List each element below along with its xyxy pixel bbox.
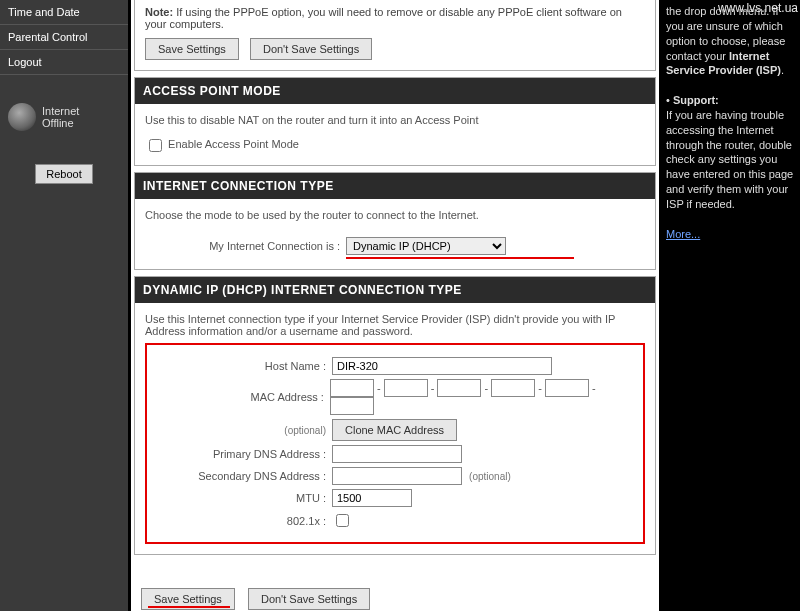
- hostname-label: Host Name :: [151, 360, 332, 372]
- pdns-input[interactable]: [332, 445, 462, 463]
- mac-input-6[interactable]: [330, 397, 374, 415]
- mac-input-3[interactable]: [437, 379, 481, 397]
- more-link[interactable]: More...: [666, 228, 700, 240]
- section-ict-header: INTERNET CONNECTION TYPE: [135, 173, 655, 199]
- note-prefix: Note:: [145, 6, 173, 18]
- help-p1c: .: [781, 64, 784, 76]
- mac-label: MAC Address :: [151, 391, 330, 403]
- highlight-box: Host Name : MAC Address : - - - - -: [145, 343, 645, 544]
- watermark: www.lvs.net.ua: [718, 0, 798, 16]
- ap-checkbox-label: Enable Access Point Mode: [168, 138, 299, 150]
- mtu-input[interactable]: [332, 489, 412, 507]
- dot1x-checkbox[interactable]: [336, 514, 349, 527]
- nav-time-date[interactable]: Time and Date: [0, 0, 128, 25]
- note-box: Note: If using the PPPoE option, you wil…: [134, 0, 656, 71]
- dot1x-label: 802.1x :: [151, 515, 332, 527]
- section-dhcp: DYNAMIC IP (DHCP) INTERNET CONNECTION TY…: [134, 276, 656, 555]
- sdns-optional: (optional): [469, 471, 511, 482]
- sdns-input[interactable]: [332, 467, 462, 485]
- mac-input-4[interactable]: [491, 379, 535, 397]
- pdns-label: Primary DNS Address :: [151, 448, 332, 460]
- ap-enable-checkbox[interactable]: [149, 139, 162, 152]
- mac-input-5[interactable]: [545, 379, 589, 397]
- sdns-label: Secondary DNS Address :: [151, 470, 332, 482]
- mac-input-2[interactable]: [384, 379, 428, 397]
- note-text: If using the PPPoE option, you will need…: [145, 6, 622, 30]
- status-label: Internet: [42, 105, 79, 117]
- save-button-top[interactable]: Save Settings: [145, 38, 239, 60]
- mac-input-1[interactable]: [330, 379, 374, 397]
- globe-icon: [8, 103, 36, 131]
- nav-parental[interactable]: Parental Control: [0, 25, 128, 50]
- highlight-save: [148, 606, 230, 608]
- mac-optional: (optional): [284, 425, 326, 436]
- section-dhcp-header: DYNAMIC IP (DHCP) INTERNET CONNECTION TY…: [135, 277, 655, 303]
- dont-save-button-top[interactable]: Don't Save Settings: [250, 38, 372, 60]
- nav-logout[interactable]: Logout: [0, 50, 128, 75]
- ict-desc: Choose the mode to be used by the router…: [145, 209, 645, 221]
- highlight-line: [346, 257, 574, 259]
- section-ict: INTERNET CONNECTION TYPE Choose the mode…: [134, 172, 656, 270]
- dhcp-desc: Use this Internet connection type if you…: [145, 313, 645, 337]
- section-ap-header: ACCESS POINT MODE: [135, 78, 655, 104]
- left-sidebar: Time and Date Parental Control Logout In…: [0, 0, 128, 611]
- ap-desc: Use this to disable NAT on the router an…: [145, 114, 645, 126]
- hostname-input[interactable]: [332, 357, 552, 375]
- right-help: www.lvs.net.ua the drop down menu. If yo…: [662, 0, 800, 611]
- status-value: Offline: [42, 117, 79, 129]
- clone-mac-button[interactable]: Clone MAC Address: [332, 419, 457, 441]
- ict-label: My Internet Connection is :: [145, 240, 346, 252]
- support-label: Support:: [673, 94, 719, 106]
- section-ap: ACCESS POINT MODE Use this to disable NA…: [134, 77, 656, 166]
- mtu-label: MTU :: [151, 492, 332, 504]
- main-content: Note: If using the PPPoE option, you wil…: [131, 0, 659, 611]
- ict-select[interactable]: Dynamic IP (DHCP): [346, 237, 506, 255]
- dont-save-button-bottom[interactable]: Don't Save Settings: [248, 588, 370, 610]
- status-block: Internet Offline: [0, 95, 128, 139]
- support-text: If you are having trouble accessing the …: [666, 109, 793, 210]
- reboot-button[interactable]: Reboot: [35, 164, 92, 184]
